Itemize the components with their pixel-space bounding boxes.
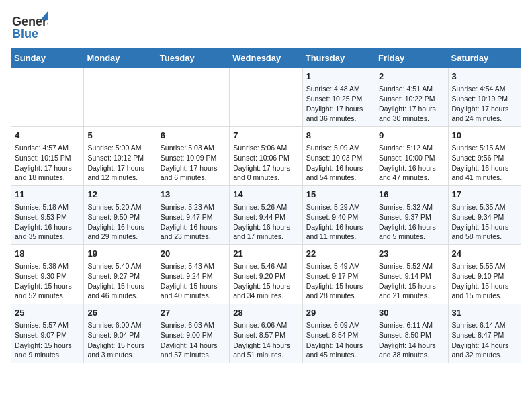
day-number: 26 — [87, 307, 152, 319]
day-info: Sunrise: 4:54 AM Sunset: 10:19 PM Daylig… — [452, 84, 517, 124]
calendar-cell: 25Sunrise: 5:57 AM Sunset: 9:07 PM Dayli… — [11, 304, 84, 363]
day-info: Sunrise: 5:57 AM Sunset: 9:07 PM Dayligh… — [15, 320, 80, 360]
day-number: 31 — [452, 307, 517, 319]
day-number: 5 — [87, 130, 152, 142]
calendar-row-2: 11Sunrise: 5:18 AM Sunset: 9:53 PM Dayli… — [11, 186, 521, 245]
day-info: Sunrise: 4:48 AM Sunset: 10:25 PM Daylig… — [306, 84, 371, 124]
calendar-cell: 2Sunrise: 4:51 AM Sunset: 10:22 PM Dayli… — [375, 68, 448, 127]
day-number: 15 — [306, 189, 371, 201]
day-info: Sunrise: 5:12 AM Sunset: 10:00 PM Daylig… — [379, 143, 444, 183]
day-number: 19 — [87, 248, 152, 260]
day-info: Sunrise: 5:49 AM Sunset: 9:17 PM Dayligh… — [306, 261, 371, 301]
calendar-cell: 7Sunrise: 5:06 AM Sunset: 10:06 PM Dayli… — [230, 127, 302, 186]
calendar-cell: 16Sunrise: 5:32 AM Sunset: 9:37 PM Dayli… — [375, 186, 448, 245]
calendar-cell: 29Sunrise: 6:09 AM Sunset: 8:54 PM Dayli… — [302, 304, 375, 363]
day-number: 8 — [306, 130, 371, 142]
day-info: Sunrise: 4:57 AM Sunset: 10:15 PM Daylig… — [15, 143, 80, 183]
calendar-cell — [11, 68, 84, 127]
calendar-cell — [157, 68, 229, 127]
calendar-cell: 1Sunrise: 4:48 AM Sunset: 10:25 PM Dayli… — [302, 68, 375, 127]
day-info: Sunrise: 5:29 AM Sunset: 9:40 PM Dayligh… — [306, 202, 371, 242]
logo: General Blue — [11, 11, 48, 43]
day-info: Sunrise: 5:43 AM Sunset: 9:24 PM Dayligh… — [161, 261, 226, 301]
day-info: Sunrise: 5:55 AM Sunset: 9:10 PM Dayligh… — [452, 261, 517, 301]
weekday-monday: Monday — [84, 49, 157, 68]
day-number: 13 — [161, 189, 226, 201]
day-number: 7 — [233, 130, 298, 142]
calendar-cell: 17Sunrise: 5:35 AM Sunset: 9:34 PM Dayli… — [448, 186, 521, 245]
calendar-cell: 27Sunrise: 6:03 AM Sunset: 9:00 PM Dayli… — [157, 304, 229, 363]
day-number: 14 — [233, 189, 298, 201]
day-number: 23 — [379, 248, 444, 260]
day-number: 25 — [15, 307, 80, 319]
day-info: Sunrise: 5:09 AM Sunset: 10:03 PM Daylig… — [306, 143, 371, 183]
day-number: 20 — [161, 248, 226, 260]
day-number: 21 — [233, 248, 298, 260]
day-number: 17 — [452, 189, 517, 201]
day-number: 16 — [379, 189, 444, 201]
day-info: Sunrise: 5:18 AM Sunset: 9:53 PM Dayligh… — [15, 202, 80, 242]
calendar-cell — [230, 68, 302, 127]
day-info: Sunrise: 5:03 AM Sunset: 10:09 PM Daylig… — [161, 143, 226, 183]
calendar-cell: 21Sunrise: 5:46 AM Sunset: 9:20 PM Dayli… — [230, 245, 302, 304]
calendar-cell: 18Sunrise: 5:38 AM Sunset: 9:30 PM Dayli… — [11, 245, 84, 304]
svg-text:Blue: Blue — [12, 27, 38, 40]
page-header: General Blue — [11, 11, 521, 43]
day-info: Sunrise: 6:00 AM Sunset: 9:04 PM Dayligh… — [87, 320, 152, 360]
calendar-row-1: 4Sunrise: 4:57 AM Sunset: 10:15 PM Dayli… — [11, 127, 521, 186]
day-info: Sunrise: 5:46 AM Sunset: 9:20 PM Dayligh… — [233, 261, 298, 301]
calendar-cell: 13Sunrise: 5:23 AM Sunset: 9:47 PM Dayli… — [157, 186, 229, 245]
day-number: 24 — [452, 248, 517, 260]
day-info: Sunrise: 6:09 AM Sunset: 8:54 PM Dayligh… — [306, 320, 371, 360]
calendar-header: SundayMondayTuesdayWednesdayThursdayFrid… — [11, 49, 521, 68]
day-number: 30 — [379, 307, 444, 319]
calendar-cell: 11Sunrise: 5:18 AM Sunset: 9:53 PM Dayli… — [11, 186, 84, 245]
weekday-tuesday: Tuesday — [157, 49, 229, 68]
calendar-cell: 28Sunrise: 6:06 AM Sunset: 8:57 PM Dayli… — [230, 304, 302, 363]
calendar-cell: 30Sunrise: 6:11 AM Sunset: 8:50 PM Dayli… — [375, 304, 448, 363]
day-number: 4 — [15, 130, 80, 142]
calendar-cell: 23Sunrise: 5:52 AM Sunset: 9:14 PM Dayli… — [375, 245, 448, 304]
day-number: 28 — [233, 307, 298, 319]
day-info: Sunrise: 5:23 AM Sunset: 9:47 PM Dayligh… — [161, 202, 226, 242]
day-info: Sunrise: 6:03 AM Sunset: 9:00 PM Dayligh… — [161, 320, 226, 360]
calendar-cell: 5Sunrise: 5:00 AM Sunset: 10:12 PM Dayli… — [84, 127, 157, 186]
day-number: 18 — [15, 248, 80, 260]
day-info: Sunrise: 4:51 AM Sunset: 10:22 PM Daylig… — [379, 84, 444, 124]
calendar-cell — [84, 68, 157, 127]
calendar-cell: 9Sunrise: 5:12 AM Sunset: 10:00 PM Dayli… — [375, 127, 448, 186]
calendar-cell: 4Sunrise: 4:57 AM Sunset: 10:15 PM Dayli… — [11, 127, 84, 186]
day-number: 11 — [15, 189, 80, 201]
weekday-friday: Friday — [375, 49, 448, 68]
calendar-cell: 19Sunrise: 5:40 AM Sunset: 9:27 PM Dayli… — [84, 245, 157, 304]
day-number: 9 — [379, 130, 444, 142]
day-info: Sunrise: 5:38 AM Sunset: 9:30 PM Dayligh… — [15, 261, 80, 301]
day-info: Sunrise: 6:11 AM Sunset: 8:50 PM Dayligh… — [379, 320, 444, 360]
calendar-row-4: 25Sunrise: 5:57 AM Sunset: 9:07 PM Dayli… — [11, 304, 521, 363]
day-number: 29 — [306, 307, 371, 319]
day-info: Sunrise: 5:15 AM Sunset: 9:56 PM Dayligh… — [452, 143, 517, 183]
calendar-body: 1Sunrise: 4:48 AM Sunset: 10:25 PM Dayli… — [11, 68, 521, 363]
weekday-sunday: Sunday — [11, 49, 84, 68]
calendar-cell: 20Sunrise: 5:43 AM Sunset: 9:24 PM Dayli… — [157, 245, 229, 304]
weekday-header-row: SundayMondayTuesdayWednesdayThursdayFrid… — [11, 49, 521, 68]
day-info: Sunrise: 5:06 AM Sunset: 10:06 PM Daylig… — [233, 143, 298, 183]
calendar-cell: 10Sunrise: 5:15 AM Sunset: 9:56 PM Dayli… — [448, 127, 521, 186]
day-info: Sunrise: 5:00 AM Sunset: 10:12 PM Daylig… — [87, 143, 152, 183]
day-number: 22 — [306, 248, 371, 260]
calendar-cell: 14Sunrise: 5:26 AM Sunset: 9:44 PM Dayli… — [230, 186, 302, 245]
day-number: 6 — [161, 130, 226, 142]
day-number: 12 — [87, 189, 152, 201]
day-info: Sunrise: 5:26 AM Sunset: 9:44 PM Dayligh… — [233, 202, 298, 242]
calendar-cell: 8Sunrise: 5:09 AM Sunset: 10:03 PM Dayli… — [302, 127, 375, 186]
calendar-row-3: 18Sunrise: 5:38 AM Sunset: 9:30 PM Dayli… — [11, 245, 521, 304]
svg-text:General: General — [12, 15, 48, 28]
calendar-row-0: 1Sunrise: 4:48 AM Sunset: 10:25 PM Dayli… — [11, 68, 521, 127]
day-number: 3 — [452, 71, 517, 83]
logo-icon: General Blue — [11, 11, 48, 43]
calendar-cell: 3Sunrise: 4:54 AM Sunset: 10:19 PM Dayli… — [448, 68, 521, 127]
day-info: Sunrise: 6:14 AM Sunset: 8:47 PM Dayligh… — [452, 320, 517, 360]
calendar-cell: 12Sunrise: 5:20 AM Sunset: 9:50 PM Dayli… — [84, 186, 157, 245]
day-info: Sunrise: 5:20 AM Sunset: 9:50 PM Dayligh… — [87, 202, 152, 242]
calendar-cell: 31Sunrise: 6:14 AM Sunset: 8:47 PM Dayli… — [448, 304, 521, 363]
